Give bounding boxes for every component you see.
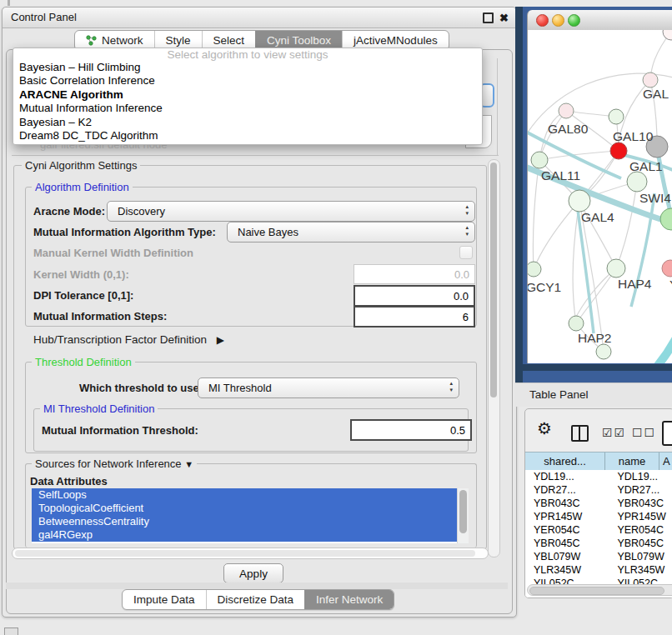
kernel-width-label: Kernel Width (0,1):: [33, 268, 129, 281]
network-canvas[interactable]: GALGAL80GAL10GAL11GAL1SWI4GAL4GCY1HAP4YH…: [527, 30, 672, 363]
tab-cyni-toolbox-label: Cyni Toolbox: [267, 34, 331, 47]
table-row[interactable]: YDR27...YDR27...12: [525, 483, 672, 497]
tab-impute-data[interactable]: Impute Data: [123, 590, 206, 609]
table-row[interactable]: YBL079WYBL079W: [525, 550, 672, 563]
control-panel-titlebar[interactable]: Control Panel ✖: [3, 8, 516, 28]
attribute-list-item[interactable]: BetweennessCentrality: [32, 515, 458, 528]
network-node-label: GAL11: [541, 168, 580, 182]
table-cell[interactable]: YBL079W: [612, 550, 670, 563]
table-cell[interactable]: YDR27...: [525, 483, 612, 497]
table-cell[interactable]: YBR043C: [612, 497, 670, 510]
table-horizontal-scrollbar[interactable]: [527, 584, 672, 596]
table-cell[interactable]: YDL19...: [612, 470, 670, 483]
table-row[interactable]: YER054CYER054C8.: [525, 523, 672, 537]
settings-vertical-scrollbar-thumb[interactable]: [490, 162, 497, 398]
table-header-name[interactable]: name: [605, 452, 659, 470]
table-cell[interactable]: YER054C: [525, 523, 612, 537]
table-cell[interactable]: YDR27...: [612, 483, 670, 497]
table-cell[interactable]: YBR045C: [612, 537, 670, 550]
partial-toolbar-icon[interactable]: [662, 421, 672, 446]
float-window-icon[interactable]: [483, 12, 494, 23]
network-node[interactable]: [663, 30, 672, 40]
close-traffic-light[interactable]: [536, 14, 549, 27]
table-cell[interactable]: YDL19...: [525, 470, 612, 483]
table-header-shared[interactable]: shared...: [525, 452, 605, 470]
network-node-label: GAL4: [581, 210, 614, 224]
checked-boxes-icon[interactable]: ☑☑: [602, 426, 626, 439]
hub-definition-expander[interactable]: Hub/Transcription Factor Definition ▶: [33, 333, 224, 346]
table-cell[interactable]: YBL079W: [525, 550, 612, 563]
network-edge[interactable]: [651, 317, 672, 363]
network-node[interactable]: [660, 208, 672, 230]
table-row[interactable]: YLR345WYLR345W9.: [525, 563, 672, 577]
tab-infer-network[interactable]: Infer Network: [304, 590, 394, 609]
table-row[interactable]: YDL19...YDL19...13: [525, 470, 672, 483]
split-columns-icon[interactable]: [571, 425, 589, 442]
mi-type-combobox[interactable]: Naive Bayes ▴▾: [227, 222, 475, 242]
network-node[interactable]: [596, 344, 611, 359]
table-cell[interactable]: YER054C: [612, 523, 670, 537]
network-edge[interactable]: [576, 268, 616, 323]
aracne-mode-combobox[interactable]: Discovery ▴▾: [107, 201, 475, 222]
attribute-list-item[interactable]: gal4RGexp: [32, 528, 458, 542]
table-row[interactable]: YPR145WYPR145W9.: [525, 510, 672, 523]
network-node[interactable]: [627, 172, 647, 192]
network-edge[interactable]: [534, 201, 579, 269]
tab-discretize-data[interactable]: Discretize Data: [206, 590, 305, 609]
sources-legend[interactable]: Sources for Network Inference ▼: [32, 458, 197, 470]
attribute-list-items: SelfLoopsTopologicalCoefficientBetweenne…: [32, 488, 458, 542]
network-node[interactable]: [569, 316, 584, 331]
attribute-list-scrollbar[interactable]: [457, 488, 469, 543]
mi-steps-field[interactable]: 6: [354, 306, 475, 328]
algorithm-menu-item[interactable]: Basic Correlation Inference: [13, 74, 482, 88]
settings-horizontal-scrollbar-thumb[interactable]: [15, 550, 475, 557]
dpi-tolerance-field[interactable]: 0.0: [354, 285, 475, 307]
network-node[interactable]: [607, 259, 625, 278]
bottom-left-widget[interactable]: [4, 628, 18, 635]
network-node[interactable]: [569, 190, 590, 212]
table-row[interactable]: YBR045CYBR045C9.: [525, 537, 672, 550]
unchecked-boxes-icon[interactable]: ☐☐: [632, 426, 656, 439]
table-cell[interactable]: YBR045C: [525, 537, 612, 550]
attribute-list-item[interactable]: TopologicalCoefficient: [32, 502, 458, 515]
table-cell[interactable]: YLR345W: [612, 563, 670, 577]
table-cell[interactable]: YLR345W: [525, 563, 612, 577]
network-node[interactable]: [559, 103, 574, 118]
network-node[interactable]: [662, 260, 672, 277]
algorithm-menu-item[interactable]: Dream8 DC_TDC Algorithm: [13, 129, 482, 142]
network-node[interactable]: [610, 142, 627, 159]
network-node[interactable]: [609, 109, 624, 124]
table-row[interactable]: YBR043CYBR043C: [525, 497, 672, 510]
gear-icon[interactable]: ⚙: [537, 420, 552, 437]
network-window-blue-border: [515, 7, 523, 382]
network-edge[interactable]: [533, 160, 539, 269]
network-node[interactable]: [643, 72, 658, 88]
network-node[interactable]: [528, 262, 541, 277]
table-cell[interactable]: YPR145W: [525, 510, 612, 523]
minimize-traffic-light[interactable]: [552, 14, 564, 27]
attribute-list-scrollbar-thumb[interactable]: [459, 490, 467, 533]
manual-kernel-checkbox[interactable]: [459, 246, 473, 259]
table-horizontal-scrollbar-thumb[interactable]: [529, 587, 664, 595]
which-threshold-combobox[interactable]: MI Threshold ▴▾: [198, 378, 459, 398]
algorithm-menu-item[interactable]: Bayesian – K2: [13, 116, 482, 129]
attribute-list-item[interactable]: SelfLoops: [32, 488, 458, 502]
kernel-width-field[interactable]: 0.0: [354, 264, 475, 284]
apply-button[interactable]: Apply: [223, 563, 283, 583]
algorithm-menu-item[interactable]: Bayesian – Hill Climbing: [13, 61, 482, 74]
control-panel-title: Control Panel: [11, 11, 77, 23]
settings-vertical-scrollbar[interactable]: [488, 159, 500, 558]
dpi-tolerance-label: DPI Tolerance [0,1]:: [33, 289, 133, 302]
settings-horizontal-scrollbar[interactable]: [12, 548, 489, 559]
table-header-partial[interactable]: A: [659, 452, 672, 470]
table-cell[interactable]: YBR043C: [525, 497, 612, 510]
algorithm-menu-item[interactable]: ARACNE Algorithm: [13, 88, 482, 102]
algorithm-menu-item[interactable]: Mutual Information Inference: [13, 102, 482, 115]
network-edge[interactable]: [616, 182, 637, 268]
mi-threshold-field[interactable]: 0.5: [350, 419, 472, 441]
table-cell[interactable]: YPR145W: [612, 510, 670, 523]
network-window-titlebar[interactable]: [527, 10, 672, 31]
zoom-traffic-light[interactable]: [568, 14, 580, 27]
close-icon[interactable]: ✖: [499, 12, 509, 23]
network-node[interactable]: [531, 152, 548, 168]
